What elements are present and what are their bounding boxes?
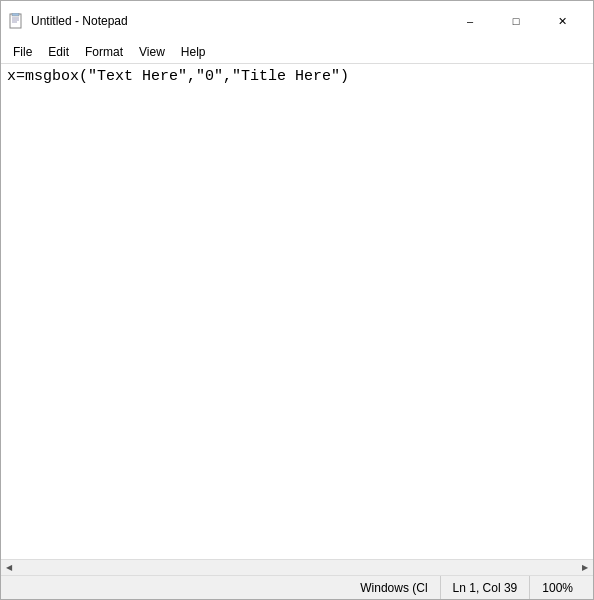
editor-container: x=msgbox("Text Here","0","Title Here")| — [1, 63, 593, 559]
scroll-right-button[interactable]: ▶ — [577, 560, 593, 576]
status-encoding: Windows (Cl — [348, 576, 439, 599]
title-bar: Untitled - Notepad – □ ✕ — [1, 1, 593, 41]
menu-edit[interactable]: Edit — [40, 43, 77, 61]
status-bar: Windows (Cl Ln 1, Col 39 100% — [1, 575, 593, 599]
close-button[interactable]: ✕ — [539, 5, 585, 37]
menu-help[interactable]: Help — [173, 43, 214, 61]
status-zoom: 100% — [529, 576, 585, 599]
minimize-button[interactable]: – — [447, 5, 493, 37]
scroll-track[interactable] — [17, 560, 577, 575]
window-controls: – □ ✕ — [447, 5, 585, 37]
status-position: Ln 1, Col 39 — [440, 576, 530, 599]
horizontal-scrollbar[interactable]: ◀ ▶ — [1, 559, 593, 575]
window-title: Untitled - Notepad — [31, 14, 447, 28]
svg-rect-1 — [12, 13, 19, 16]
notepad-window: Untitled - Notepad – □ ✕ File Edit Forma… — [0, 0, 594, 600]
maximize-button[interactable]: □ — [493, 5, 539, 37]
menu-format[interactable]: Format — [77, 43, 131, 61]
menu-file[interactable]: File — [5, 43, 40, 61]
scroll-left-button[interactable]: ◀ — [1, 560, 17, 576]
text-editor[interactable]: x=msgbox("Text Here","0","Title Here")| — [1, 64, 593, 559]
notepad-icon — [9, 13, 25, 29]
menu-view[interactable]: View — [131, 43, 173, 61]
menu-bar: File Edit Format View Help — [1, 41, 593, 63]
